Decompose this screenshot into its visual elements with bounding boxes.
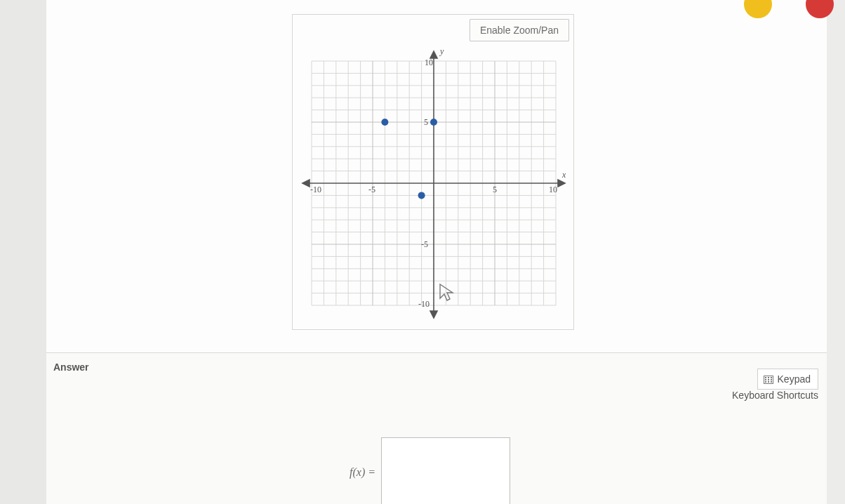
- tick-neg-10-x: -10: [310, 185, 321, 194]
- svg-rect-49: [771, 377, 772, 378]
- svg-rect-47: [765, 377, 766, 378]
- coordinate-plane: y x 10 5 -5 -10 -10 -5 5 10: [300, 46, 568, 324]
- answer-heading: Answer: [53, 362, 89, 373]
- tick-pos-5-y: 5: [424, 117, 428, 127]
- svg-rect-52: [771, 379, 772, 380]
- content-panel: Enable Zoom/Pan: [46, 0, 827, 504]
- point-2: [430, 119, 437, 126]
- svg-rect-51: [768, 379, 769, 380]
- svg-marker-42: [558, 180, 565, 187]
- svg-rect-54: [768, 381, 769, 383]
- svg-marker-43: [302, 180, 310, 187]
- fx-input[interactable]: [381, 437, 510, 504]
- svg-rect-53: [765, 381, 766, 383]
- tick-neg-10-y: -10: [418, 299, 430, 309]
- tick-pos-10-y: 10: [425, 58, 433, 67]
- cursor-icon: [440, 284, 453, 300]
- axes: [302, 51, 565, 318]
- scrollbar[interactable]: [827, 0, 845, 504]
- svg-rect-55: [771, 381, 772, 383]
- y-axis-label: y: [439, 46, 444, 56]
- keypad-button-label: Keypad: [778, 373, 811, 385]
- function-input-area: f(x) =: [350, 437, 510, 504]
- x-axis-label: x: [561, 170, 566, 180]
- keyboard-shortcuts-link[interactable]: Keyboard Shortcuts: [732, 390, 818, 401]
- chart-container: Enable Zoom/Pan: [292, 14, 574, 330]
- tick-neg-5-y: -5: [421, 239, 428, 249]
- keypad-icon: [764, 375, 773, 383]
- enable-zoom-pan-button[interactable]: Enable Zoom/Pan: [470, 19, 569, 41]
- answer-panel: Answer Keypad Keyboard Shortcuts f(x) =: [46, 352, 827, 504]
- svg-marker-45: [430, 311, 437, 318]
- keypad-button[interactable]: Keypad: [757, 369, 818, 390]
- point-1: [381, 119, 388, 126]
- point-3: [418, 192, 425, 199]
- tick-pos-10-x: 10: [549, 185, 557, 194]
- tick-neg-5-x: -5: [368, 185, 375, 194]
- svg-rect-48: [768, 377, 769, 378]
- fx-label: f(x) =: [350, 466, 375, 479]
- tick-pos-5-x: 5: [493, 185, 497, 194]
- svg-rect-50: [765, 379, 766, 380]
